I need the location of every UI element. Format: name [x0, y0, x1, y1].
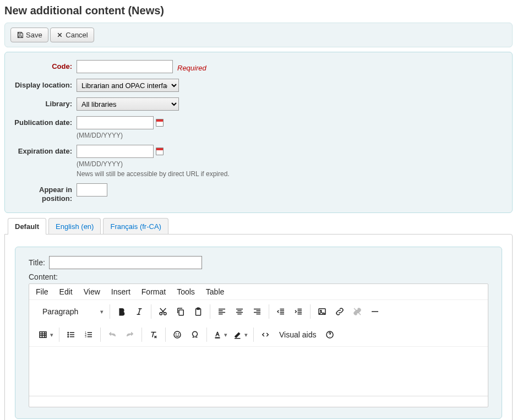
- form-panel: Code: Required Display location: Librari…: [4, 52, 513, 213]
- tab-default[interactable]: Default: [8, 218, 46, 234]
- align-center-button[interactable]: [233, 306, 246, 318]
- content-label: Content:: [29, 272, 488, 281]
- source-code-button[interactable]: [259, 329, 271, 341]
- save-button[interactable]: Save: [10, 28, 48, 42]
- paste-button[interactable]: [192, 306, 204, 318]
- exp-date-hint2: News will still be accessible by direct …: [77, 170, 230, 178]
- editor-status-bar: [29, 396, 488, 407]
- display-location-label: Display location:: [10, 79, 77, 89]
- publication-date-input[interactable]: [77, 116, 154, 129]
- pub-date-hint: (MM/DD/YYYY): [77, 132, 164, 139]
- svg-point-15: [176, 334, 176, 334]
- svg-point-16: [178, 334, 179, 334]
- outdent-button[interactable]: [275, 306, 287, 318]
- help-button[interactable]: [324, 329, 336, 341]
- svg-rect-18: [235, 338, 241, 339]
- special-char-button[interactable]: [189, 329, 201, 341]
- calendar-icon[interactable]: [156, 119, 164, 127]
- position-label: Appear in position:: [10, 183, 77, 203]
- svg-point-14: [174, 331, 181, 338]
- block-format-select[interactable]: Paragraph ▾: [38, 307, 104, 316]
- svg-point-10: [68, 336, 69, 337]
- italic-button[interactable]: [133, 306, 145, 318]
- horizontal-rule-button[interactable]: [369, 306, 381, 318]
- menu-edit[interactable]: Edit: [59, 287, 73, 296]
- menu-view[interactable]: View: [84, 287, 100, 296]
- editor-toolbar-1: Paragraph ▾: [29, 300, 488, 323]
- svg-rect-7: [40, 332, 46, 338]
- svg-rect-17: [215, 337, 220, 339]
- code-input[interactable]: [77, 60, 173, 73]
- chevron-down-icon: ▾: [50, 331, 53, 339]
- display-location-select[interactable]: Librarian and OPAC interfaces: [77, 79, 179, 92]
- close-icon: [56, 31, 63, 39]
- clear-formatting-button[interactable]: [148, 329, 160, 341]
- tab-francais[interactable]: Français (fr-CA): [103, 218, 168, 234]
- menu-table[interactable]: Table: [206, 287, 224, 296]
- svg-point-9: [68, 334, 69, 335]
- tab-english[interactable]: English (en): [48, 218, 101, 234]
- pub-date-label: Publication date:: [10, 116, 77, 127]
- bullet-list-button[interactable]: [65, 329, 77, 341]
- svg-point-6: [320, 310, 322, 312]
- text-color-button[interactable]: ▾: [213, 329, 227, 341]
- menu-format[interactable]: Format: [142, 287, 166, 296]
- chevron-down-icon: ▾: [224, 331, 227, 339]
- title-label: Title:: [29, 258, 45, 267]
- editor-panel: Title: Content: File Edit View Insert Fo…: [15, 247, 502, 419]
- chevron-down-icon: ▾: [100, 308, 104, 315]
- page-title: New additional content (News): [4, 4, 513, 17]
- unlink-button[interactable]: [351, 306, 363, 318]
- required-indicator: Required: [177, 62, 206, 72]
- save-button-label: Save: [26, 31, 42, 39]
- menu-file[interactable]: File: [36, 287, 48, 296]
- visual-aids-button[interactable]: Visual aids: [277, 330, 318, 339]
- code-label: Code:: [10, 60, 77, 70]
- language-tabs: Default English (en) Français (fr-CA) Ti…: [4, 217, 513, 420]
- menu-tools[interactable]: Tools: [177, 287, 195, 296]
- svg-rect-2: [179, 310, 183, 315]
- copy-button[interactable]: [175, 306, 187, 318]
- exp-date-label: Expiration date:: [10, 145, 77, 155]
- editor-menubar: File Edit View Insert Format Tools Table: [29, 284, 488, 300]
- cut-button[interactable]: [157, 306, 169, 318]
- bold-button[interactable]: [116, 306, 128, 318]
- undo-button[interactable]: [106, 329, 118, 341]
- image-button[interactable]: [316, 306, 328, 318]
- emoji-button[interactable]: [171, 329, 183, 341]
- indent-button[interactable]: [292, 306, 304, 318]
- title-input[interactable]: [49, 256, 202, 269]
- table-button[interactable]: ▾: [38, 329, 53, 341]
- action-toolbar: Save Cancel: [4, 23, 513, 47]
- menu-insert[interactable]: Insert: [111, 287, 130, 296]
- library-label: Library:: [10, 97, 77, 108]
- redo-button[interactable]: [124, 329, 136, 341]
- highlight-button[interactable]: ▾: [233, 329, 248, 341]
- align-left-button[interactable]: [216, 306, 228, 318]
- calendar-icon[interactable]: [156, 148, 164, 155]
- link-button[interactable]: [334, 306, 346, 318]
- library-select[interactable]: All libraries: [77, 97, 179, 111]
- expiration-date-input[interactable]: [77, 145, 154, 158]
- tab-content: Title: Content: File Edit View Insert Fo…: [4, 234, 513, 420]
- svg-text:3: 3: [85, 335, 86, 338]
- chevron-down-icon: ▾: [244, 331, 248, 339]
- save-icon: [17, 31, 24, 39]
- cancel-button[interactable]: Cancel: [50, 28, 94, 42]
- align-right-button[interactable]: [251, 306, 263, 318]
- exp-date-hint1: (MM/DD/YYYY): [77, 160, 230, 168]
- editor-toolbar-2: ▾ 123: [29, 323, 488, 346]
- svg-point-8: [68, 332, 69, 334]
- position-input[interactable]: [77, 183, 107, 197]
- editor-content-area[interactable]: [29, 346, 488, 396]
- block-format-label: Paragraph: [42, 307, 78, 316]
- cancel-button-label: Cancel: [66, 31, 88, 39]
- rich-text-editor: File Edit View Insert Format Tools Table…: [29, 283, 488, 407]
- numbered-list-button[interactable]: 123: [83, 329, 95, 341]
